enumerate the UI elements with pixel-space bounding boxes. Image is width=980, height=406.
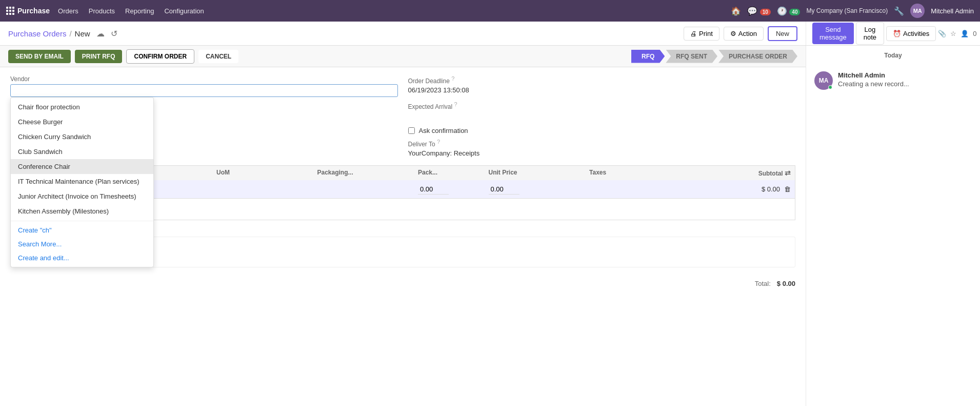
log-note-button[interactable]: Log note — [856, 22, 884, 45]
activities-button[interactable]: ⏰ Activities — [886, 26, 936, 41]
followers-icon[interactable]: 👤 — [961, 30, 969, 37]
app-name: Purchase — [17, 7, 50, 15]
deliver-to-group: Deliver To ? YourCompany: Receipts — [408, 139, 796, 157]
total-label: Total: — [755, 280, 771, 287]
chat-badge: 10 — [760, 9, 771, 15]
paperclip-icon[interactable]: 📎 — [938, 30, 946, 37]
order-deadline-value: 06/19/2023 13:50:08 — [408, 86, 796, 94]
chatter-panel: Today MA Mitchell Admin Creating a new r… — [806, 46, 980, 406]
workflow-step-rfq-sent: RFQ SENT — [666, 50, 717, 63]
breadcrumb: Purchase Orders / New — [8, 29, 90, 38]
price-cell — [489, 184, 590, 195]
expected-arrival-help[interactable]: ? — [454, 101, 457, 107]
star-icon[interactable]: ☆ — [950, 30, 956, 37]
home-icon[interactable]: 🏠 — [731, 6, 741, 16]
workflow-step-purchase-order: PURCHASE ORDER — [718, 50, 797, 63]
print-icon: 🖨 — [690, 30, 697, 37]
top-right-actions: 🏠 💬 10 🕐 40 My Company (San Francisco) 🔧… — [731, 4, 974, 18]
user-avatar[interactable]: MA — [910, 4, 925, 18]
online-indicator — [828, 85, 832, 89]
qty-input[interactable] — [418, 184, 449, 195]
price-input[interactable] — [489, 184, 519, 195]
breadcrumb-parent[interactable]: Purchase Orders — [8, 29, 66, 38]
deliver-to-field: Deliver To ? YourCompany: Receipts — [408, 139, 796, 157]
top-navigation: Purchase Orders Products Reporting Confi… — [0, 0, 980, 22]
send-message-button[interactable]: Send message — [812, 23, 854, 44]
settings-icon[interactable]: 🔧 — [894, 6, 904, 16]
grid-icon — [6, 7, 14, 15]
dropdown-divider — [11, 221, 153, 221]
nav-products[interactable]: Products — [89, 7, 115, 15]
order-deadline-help[interactable]: ? — [451, 75, 454, 82]
expected-arrival-field: Expected Arrival ? — [408, 101, 796, 123]
nav-configuration[interactable]: Configuration — [164, 7, 204, 15]
message-author: Mitchell Admin — [838, 71, 972, 79]
workflow-bar: SEND BY EMAIL PRINT RFQ CONFIRM ORDER CA… — [0, 46, 806, 67]
confirm-order-button[interactable]: CONFIRM ORDER — [126, 49, 194, 64]
dropdown-item-club-sandwich[interactable]: Club Sandwich — [11, 144, 153, 159]
chatter-today-label: Today — [806, 46, 980, 65]
dropdown-item-kitchen-assembly[interactable]: Kitchen Assembly (Milestones) — [11, 204, 153, 219]
new-button[interactable]: New — [768, 26, 797, 41]
ask-confirmation-label: Ask confirmation — [419, 127, 468, 134]
workflow-status: RFQ RFQ SENT PURCHASE ORDER — [631, 50, 797, 63]
message-body: Mitchell Admin Creating a new record... — [838, 71, 972, 90]
total-row: Total: $ 0.00 — [0, 276, 806, 292]
nav-reporting[interactable]: Reporting — [125, 7, 154, 15]
dropdown-item-conference-chair[interactable]: Conference Chair — [11, 159, 153, 174]
breadcrumb-current: New — [75, 29, 90, 38]
dropdown-item-chicken-curry[interactable]: Chicken Curry Sandwich — [11, 129, 153, 144]
form-row-1: Vendor Chair floor protection Cheese Bur… — [10, 75, 795, 97]
order-deadline-field: Order Deadline ? 06/19/2023 13:50:08 — [408, 75, 796, 97]
cancel-button[interactable]: CANCEL — [198, 50, 238, 63]
deliver-to-help[interactable]: ? — [437, 139, 440, 145]
gear-icon: ⚙ — [730, 30, 736, 37]
chat-icon[interactable]: 💬 10 — [747, 6, 771, 16]
undo-icon[interactable]: ↺ — [111, 29, 117, 38]
vendor-field: Vendor Chair floor protection Cheese Bur… — [10, 75, 398, 97]
main-nav: Orders Products Reporting Configuration — [58, 7, 204, 15]
main-content: SEND BY EMAIL PRINT RFQ CONFIRM ORDER CA… — [0, 46, 806, 406]
col-header-subtotal: Subtotal ⇄ — [690, 169, 791, 177]
secondary-header: Purchase Orders / New ☁ ↺ 🖨 Print ⚙ Acti… — [0, 22, 806, 45]
dropdown-item-chair-floor[interactable]: Chair floor protection — [11, 100, 153, 114]
print-rfq-button[interactable]: PRINT RFQ — [75, 50, 123, 63]
ask-confirmation-field: Ask confirmation — [408, 127, 796, 134]
col-header-taxes: Taxes — [589, 169, 690, 177]
subtotal-value: $ 0.00 — [762, 185, 780, 193]
deliver-to-label: Deliver To ? — [408, 139, 796, 148]
dropdown-item-cheese-burger[interactable]: Cheese Burger — [11, 114, 153, 129]
message-text: Creating a new record... — [838, 80, 972, 88]
form-area: Vendor Chair floor protection Cheese Bur… — [0, 67, 806, 228]
activities-icon: ⏰ — [893, 30, 901, 37]
right-form-fields: Order Deadline ? 06/19/2023 13:50:08 — [408, 75, 796, 94]
dropdown-item-it-maintenance[interactable]: IT Technical Maintenance (Plan services) — [11, 174, 153, 189]
vendor-dropdown-container: Chair floor protection Cheese Burger Chi… — [10, 84, 398, 97]
dropdown-search-more[interactable]: Search More... — [11, 237, 153, 251]
dropdown-item-junior-architect[interactable]: Junior Architect (Invoice on Timesheets) — [11, 189, 153, 204]
column-settings-icon[interactable]: ⇄ — [785, 169, 791, 177]
order-deadline-group: Order Deadline ? 06/19/2023 13:50:08 — [408, 75, 796, 94]
expected-arrival-group: Expected Arrival ? — [408, 101, 796, 123]
vendor-input[interactable] — [10, 84, 398, 97]
action-button[interactable]: ⚙ Action — [724, 27, 764, 41]
company-name: My Company (San Francisco) — [806, 7, 888, 14]
print-button[interactable]: 🖨 Print — [684, 27, 719, 41]
app-logo[interactable]: Purchase — [6, 7, 50, 15]
header-area: Purchase Orders / New ☁ ↺ 🖨 Print ⚙ Acti… — [0, 22, 980, 46]
main-layout: SEND BY EMAIL PRINT RFQ CONFIRM ORDER CA… — [0, 46, 980, 406]
breadcrumb-separator: / — [69, 29, 71, 38]
clock-icon[interactable]: 🕐 40 — [777, 6, 801, 16]
delete-row-icon[interactable]: 🗑 — [784, 185, 791, 193]
chatter-header: Send message Log note ⏰ Activities 📎 ☆ 👤… — [806, 22, 980, 45]
save-cloud-icon[interactable]: ☁ — [96, 29, 105, 38]
ask-confirmation-checkbox[interactable] — [408, 127, 415, 134]
workflow-step-rfq: RFQ — [631, 50, 665, 63]
dropdown-create-edit[interactable]: Create and edit... — [11, 251, 153, 265]
nav-orders[interactable]: Orders — [58, 7, 78, 15]
dropdown-create[interactable]: Create "ch" — [11, 223, 153, 237]
user-name: Mitchell Admin — [931, 7, 974, 15]
col-header-pack1: Packaging... — [317, 169, 418, 177]
send-by-email-button[interactable]: SEND BY EMAIL — [8, 50, 71, 63]
header-action-buttons: 🖨 Print ⚙ Action New — [684, 26, 797, 41]
